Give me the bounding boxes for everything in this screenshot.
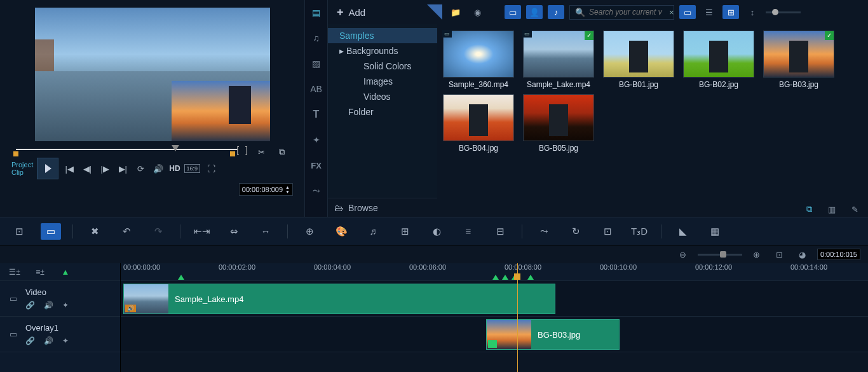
overlay-track-row[interactable]: BG-B03.jpg [121, 317, 868, 352]
timeline-view-button[interactable]: ▭ [41, 223, 61, 240]
rotate-icon[interactable]: ↻ [566, 223, 586, 240]
prev-frame-button[interactable]: ◀| [80, 162, 94, 176]
scissors-icon[interactable]: ✂ [254, 145, 268, 159]
storyboard-view-button[interactable]: ⊡ [9, 223, 29, 240]
link-icon[interactable]: 🔗 [25, 301, 35, 310]
filter-video-icon[interactable]: ▭ [505, 5, 521, 19]
thumb-size-slider[interactable] [766, 11, 801, 13]
title-tab-icon[interactable]: T [309, 107, 324, 122]
zoom-in-icon[interactable]: ⊕ [749, 247, 765, 261]
timeline-ruler[interactable]: 00:00:00:0000:00:02:0000:00:04:0000:00:0… [121, 263, 868, 281]
crop-icon[interactable]: ⊡ [597, 223, 618, 240]
color-wheel-icon[interactable]: 🎨 [331, 223, 351, 240]
filter-audio-icon[interactable]: ♪ [548, 5, 564, 19]
ab-tab-icon[interactable]: AB [309, 81, 324, 97]
thumb-card[interactable]: ▭✓Sample_Lake.mp4 [520, 29, 597, 90]
capture-icon[interactable]: ◉ [469, 5, 485, 19]
thumb-card[interactable]: BG-B05.jpg [520, 93, 597, 154]
split-icon[interactable]: ⊟ [490, 223, 510, 240]
fx-tab-icon[interactable]: FX [309, 158, 324, 173]
timeline-tracks[interactable]: 00:00:00:0000:00:02:0000:00:04:0000:00:0… [121, 263, 868, 372]
zoom-slider[interactable] [698, 254, 742, 256]
thumb-card[interactable]: ▭Sample_360.mp4 [440, 29, 517, 90]
link-icon[interactable]: 🔗 [25, 336, 35, 345]
subtitle-icon[interactable]: ≡ [458, 223, 478, 240]
search-input[interactable] [589, 8, 665, 17]
tree-samples[interactable]: Samples [328, 28, 437, 43]
volume-icon[interactable]: 🔊 [151, 162, 165, 176]
favorite-flag-icon[interactable] [427, 4, 442, 20]
tree-videos[interactable]: Videos [328, 89, 437, 104]
panel-layout-icon[interactable]: ⧉ [801, 202, 817, 216]
mark-out-button[interactable]: ] [245, 145, 248, 159]
aspect-badge[interactable]: 16:9 [184, 164, 201, 173]
fx-track-icon[interactable]: ✦ [62, 301, 69, 310]
thumb-card[interactable]: BG-B01.jpg [600, 29, 677, 90]
add-button[interactable]: + Add [333, 4, 369, 20]
audio-mix-icon[interactable]: ♬ [363, 223, 383, 240]
next-frame-button[interactable]: |▶ [98, 162, 112, 176]
scrub-bar[interactable]: [ ] ✂ ⧉ [16, 145, 288, 153]
track-marker-icon[interactable]: ▲ [57, 265, 74, 279]
track-opts-icon[interactable]: ≡± [32, 265, 48, 279]
duration-icon[interactable]: ◕ [794, 247, 811, 261]
tree-images[interactable]: Images [328, 74, 437, 89]
tree-backgrounds[interactable]: ▸ Backgrounds [328, 43, 437, 59]
audio-tab-icon[interactable]: ♫ [309, 31, 324, 46]
video-track-row[interactable]: 🔊 Sample_Lake.mp4 [121, 281, 868, 317]
loop-button[interactable]: ⟳ [133, 162, 147, 176]
transitions-tab-icon[interactable]: ▨ [309, 56, 324, 71]
overlay-clip[interactable]: BG-B03.jpg [486, 319, 620, 350]
hd-label[interactable]: HD [169, 164, 180, 173]
fx-track-icon[interactable]: ✦ [62, 336, 69, 345]
split-screen-icon[interactable]: ⧉ [275, 145, 288, 159]
expand-icon[interactable]: ⛶ [204, 162, 218, 176]
mode-project-label[interactable]: Project [11, 161, 33, 169]
overlay-track-header[interactable]: ▭ Overlay1 🔗 🔊 ✦ [0, 317, 120, 352]
filter-photo-icon[interactable]: 👤 [526, 5, 543, 19]
mark-in-button[interactable]: [ [236, 145, 239, 159]
overlay-tab-icon[interactable]: ✦ [309, 132, 324, 148]
view-grid-icon[interactable]: ⊞ [722, 5, 739, 19]
mute-icon[interactable]: 🔊 [44, 336, 53, 345]
mode-clip-label[interactable]: Clip [11, 169, 33, 176]
3d-title-icon[interactable]: T₃D [629, 223, 649, 240]
fit-icon[interactable]: ⊡ [771, 247, 788, 261]
path-tab-icon[interactable]: ⤳ [309, 183, 324, 198]
panel-edit-icon[interactable]: ✎ [846, 202, 863, 216]
go-start-button[interactable]: |◀ [62, 162, 76, 176]
zoom-out-icon[interactable]: ⊖ [675, 247, 691, 261]
multi-cam-icon[interactable]: ⊞ [395, 223, 415, 240]
thumb-card[interactable]: BG-B02.jpg [680, 29, 757, 90]
template-icon[interactable]: ▦ [705, 223, 725, 240]
panel-options-icon[interactable]: ▥ [824, 202, 840, 216]
thumb-card[interactable]: BG-B04.jpg [440, 93, 517, 154]
redo-button[interactable]: ↷ [148, 223, 168, 240]
stretch-icon[interactable]: ↔ [255, 223, 276, 240]
chapter-icon[interactable]: ◣ [673, 223, 693, 240]
mask-icon[interactable]: ◐ [426, 223, 447, 240]
mute-icon[interactable]: 🔊 [44, 301, 53, 310]
record-icon[interactable]: ⊕ [299, 223, 320, 240]
undo-button[interactable]: ↶ [116, 223, 137, 240]
media-tab-icon[interactable]: ▤ [309, 5, 324, 20]
view-thumb-icon[interactable]: ▭ [679, 5, 696, 19]
playhead[interactable] [517, 263, 518, 372]
preview-image[interactable] [35, 8, 270, 141]
slide-icon[interactable]: ⇔ [224, 223, 244, 240]
play-button[interactable] [37, 158, 58, 179]
timecode-display[interactable]: 00:00:08:009 ▲▼ [239, 183, 293, 196]
tree-folder[interactable]: Folder [328, 104, 437, 120]
video-clip[interactable]: 🔊 Sample_Lake.mp4 [123, 284, 555, 314]
sort-icon[interactable]: ↕ [744, 5, 761, 19]
browse-button[interactable]: 🗁 Browse [328, 198, 437, 217]
tree-solid-colors[interactable]: Solid Colors [328, 59, 437, 74]
thumb-card[interactable]: ✓BG-B03.jpg [760, 29, 837, 90]
track-add-icon[interactable]: ☰± [6, 265, 23, 279]
tools-icon[interactable]: ✖ [85, 223, 105, 240]
timeline-timecode[interactable]: 0:00:10:015 [817, 249, 860, 260]
motion-icon[interactable]: ⤳ [534, 223, 554, 240]
clear-search-icon[interactable]: × [669, 8, 674, 17]
go-end-button[interactable]: ▶| [116, 162, 130, 176]
video-track-header[interactable]: ▭ Video 🔗 🔊 ✦ [0, 281, 120, 317]
